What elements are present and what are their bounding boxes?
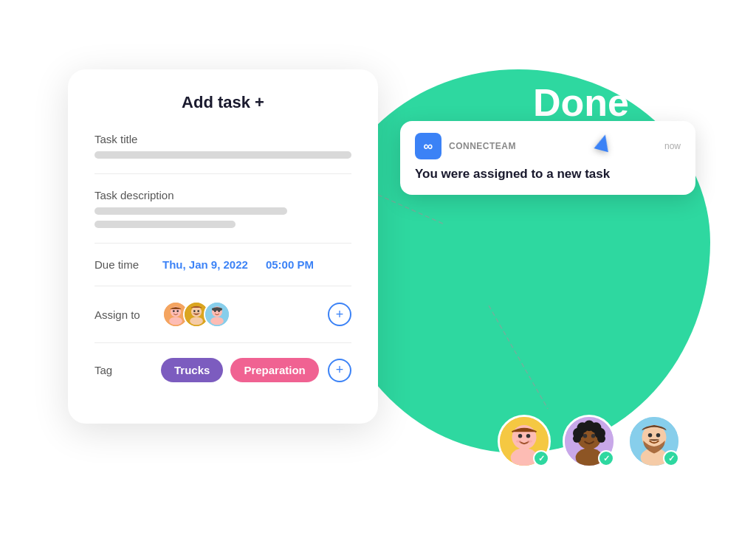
svg-point-2	[169, 317, 182, 325]
task-title-field: Task title	[94, 133, 351, 159]
svg-point-26	[591, 434, 596, 438]
svg-point-19	[526, 434, 531, 438]
svg-point-3	[173, 310, 175, 312]
due-time-field: Due time Thu, Jan 9, 2022 05:00 PM	[94, 258, 351, 271]
divider-4	[94, 342, 351, 343]
notification-message: You were assigned to a new task	[415, 165, 681, 183]
divider-1	[94, 173, 351, 174]
notification-header: ∞ CONNECTEAM now	[415, 133, 681, 159]
assign-to-label: Assign to	[94, 308, 154, 321]
due-time-label: Due time	[94, 258, 154, 271]
assign-to-field: Assign to	[94, 301, 351, 328]
bottom-avatar-1-wrap	[498, 415, 551, 468]
divider-3	[94, 286, 351, 286]
svg-point-20	[516, 440, 521, 443]
task-description-field: Task description	[94, 189, 351, 228]
svg-point-33	[597, 435, 605, 443]
due-date-value[interactable]: Thu, Jan 9, 2022	[162, 258, 248, 271]
task-description-label: Task description	[94, 189, 351, 201]
svg-point-6	[191, 306, 202, 317]
done-label: Done	[533, 80, 629, 125]
divider-2	[94, 243, 351, 244]
task-description-line2[interactable]	[94, 221, 236, 228]
tag-field: Tag Trucks Preparation +	[94, 358, 351, 382]
svg-point-9	[197, 310, 199, 312]
check-badge-1	[533, 450, 549, 466]
svg-point-32	[573, 435, 581, 443]
svg-point-12	[210, 317, 224, 325]
check-badge-3	[663, 450, 679, 466]
avatar-group	[162, 301, 230, 328]
app-name: CONNECTEAM	[449, 141, 657, 151]
card-title: Add task +	[94, 93, 351, 112]
svg-point-18	[518, 434, 523, 438]
add-task-card: Add task + Task title Task description D…	[68, 69, 378, 424]
check-badge-2	[598, 450, 614, 466]
svg-point-38	[656, 433, 661, 438]
add-assignee-button[interactable]: +	[328, 303, 351, 326]
connecteam-icon: ∞	[415, 133, 441, 159]
task-description-line1[interactable]	[94, 207, 287, 215]
bottom-avatar-group	[498, 415, 681, 468]
assignee-avatar-3	[204, 301, 230, 328]
svg-point-7	[190, 317, 203, 325]
scene: Done Add task + Task title Task descript…	[46, 25, 710, 527]
notification-card: ∞ CONNECTEAM now You were assigned to a …	[400, 121, 695, 195]
bottom-avatar-2-wrap	[563, 415, 616, 468]
task-title-input-placeholder[interactable]	[94, 151, 351, 159]
notification-time: now	[664, 141, 681, 151]
add-tag-button[interactable]: +	[328, 359, 351, 382]
svg-point-4	[176, 310, 179, 312]
tag-trucks[interactable]: Trucks	[161, 358, 223, 382]
svg-point-25	[583, 434, 588, 438]
svg-point-8	[193, 310, 196, 312]
svg-point-21	[527, 440, 532, 443]
tag-preparation[interactable]: Preparation	[230, 358, 318, 382]
due-time-value[interactable]: 05:00 PM	[266, 258, 314, 271]
tag-label: Tag	[94, 364, 154, 376]
svg-point-37	[648, 433, 653, 438]
bottom-avatar-3-wrap	[628, 415, 681, 468]
task-title-label: Task title	[94, 133, 351, 145]
